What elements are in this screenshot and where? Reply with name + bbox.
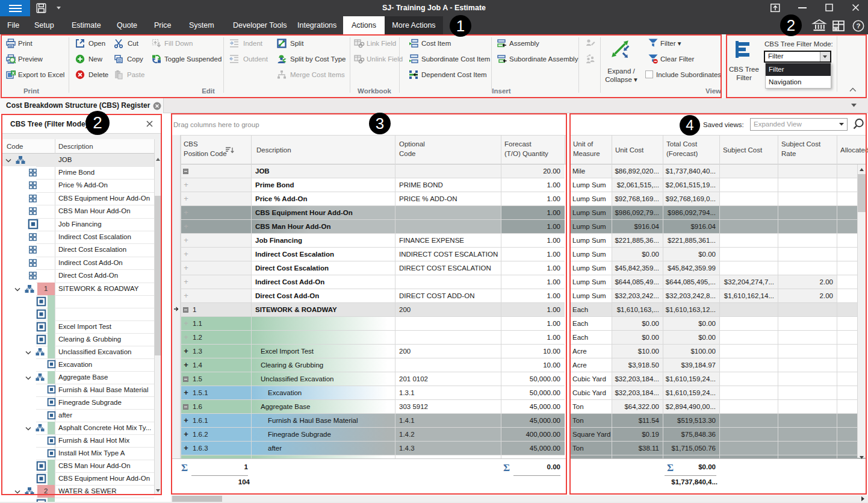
svg-text:?: ?: [856, 22, 860, 30]
